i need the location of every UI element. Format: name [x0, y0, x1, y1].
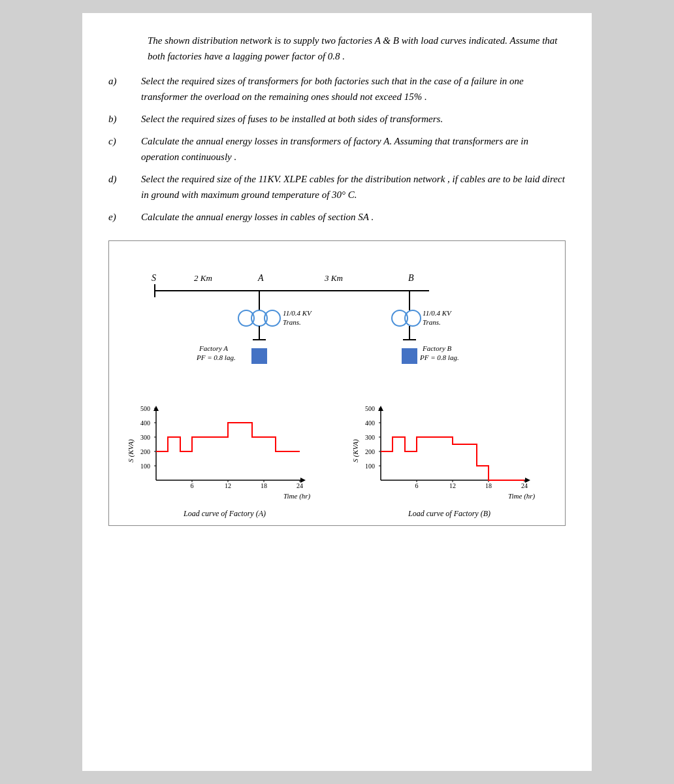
- chart-b-line: [381, 437, 524, 480]
- dist-sa-label: 2 Km: [194, 273, 212, 283]
- transformer-b-label: 11/0.4 KV: [423, 309, 452, 317]
- chart-b-title: Load curve of Factory (B): [408, 509, 490, 519]
- chart-b-container: 100 200 300 400 500 S (KVA) 6 12: [340, 402, 558, 519]
- chart-a-svg: 100 200 300 400 500 S (KVA): [127, 402, 323, 506]
- intro-paragraph: The shown distribution network is to sup…: [108, 33, 566, 64]
- b-node-label: B: [408, 273, 414, 283]
- network-svg: S A 2 Km 3 Km B 11/0.4 KV Trans: [116, 252, 560, 395]
- question-item: a)Select the required sizes of transform…: [108, 73, 566, 105]
- svg-text:300: 300: [140, 434, 150, 441]
- question-list: a)Select the required sizes of transform…: [108, 73, 566, 225]
- s-node-label: S: [152, 273, 156, 283]
- question-item: b)Select the required sizes of fuses to …: [108, 111, 566, 127]
- svg-text:12: 12: [449, 482, 456, 489]
- question-text: Select the required sizes of fuses to be…: [141, 111, 566, 127]
- question-item: c)Calculate the annual energy losses in …: [108, 133, 566, 165]
- svg-text:6: 6: [415, 482, 419, 489]
- svg-text:18: 18: [261, 482, 267, 489]
- svg-text:300: 300: [365, 434, 375, 441]
- svg-text:24: 24: [297, 482, 303, 489]
- svg-text:S (KVA): S (KVA): [351, 439, 360, 463]
- question-text: Calculate the annual energy losses in ca…: [141, 209, 566, 225]
- main-page: The shown distribution network is to sup…: [82, 13, 592, 771]
- question-item: e)Calculate the annual energy losses in …: [108, 209, 566, 225]
- question-text: Calculate the annual energy losses in tr…: [141, 133, 566, 165]
- svg-text:18: 18: [485, 482, 492, 489]
- svg-text:6: 6: [191, 482, 194, 489]
- svg-text:PF = 0.8 lag.: PF = 0.8 lag.: [196, 353, 236, 361]
- charts-row: 100 200 300 400 500 S (KVA): [116, 402, 558, 519]
- svg-text:12: 12: [225, 482, 231, 489]
- svg-rect-10: [251, 348, 267, 364]
- svg-text:Trans.: Trans.: [423, 318, 441, 326]
- svg-text:Time (hr): Time (hr): [283, 492, 311, 500]
- question-text: Select the required sizes of transformer…: [141, 73, 566, 105]
- question-label: d): [108, 171, 141, 203]
- svg-text:200: 200: [365, 448, 375, 455]
- a-node-label: A: [257, 273, 264, 283]
- chart-a-container: 100 200 300 400 500 S (KVA): [116, 402, 334, 519]
- svg-text:500: 500: [365, 405, 375, 412]
- question-text: Select the required size of the 11KV. XL…: [141, 171, 566, 203]
- svg-text:Time (hr): Time (hr): [508, 492, 536, 500]
- factory-b-label: Factory B: [422, 344, 452, 352]
- svg-text:100: 100: [140, 463, 150, 470]
- svg-text:400: 400: [140, 419, 150, 427]
- chart-b-svg: 100 200 300 400 500 S (KVA) 6 12: [351, 402, 547, 506]
- svg-text:24: 24: [521, 482, 528, 489]
- svg-text:100: 100: [365, 463, 375, 470]
- question-label: a): [108, 73, 141, 105]
- svg-text:200: 200: [140, 448, 150, 455]
- svg-rect-17: [402, 348, 417, 364]
- svg-text:S (KVA): S (KVA): [127, 439, 135, 463]
- question-label: e): [108, 209, 141, 225]
- chart-a-line: [156, 423, 300, 451]
- question-label: c): [108, 133, 141, 165]
- dist-ab-label: 3 Km: [324, 273, 343, 283]
- svg-text:PF = 0.8 lag.: PF = 0.8 lag.: [419, 353, 459, 361]
- factory-a-label: Factory A: [199, 344, 228, 352]
- svg-text:500: 500: [140, 405, 150, 412]
- chart-a-title: Load curve of Factory (A): [184, 509, 266, 519]
- diagram-area: S A 2 Km 3 Km B 11/0.4 KV Trans: [108, 240, 566, 526]
- svg-text:400: 400: [365, 419, 375, 427]
- question-item: d)Select the required size of the 11KV. …: [108, 171, 566, 203]
- svg-text:Trans.: Trans.: [283, 318, 301, 326]
- transformer-a-label: 11/0.4 KV: [283, 309, 312, 317]
- question-label: b): [108, 111, 141, 127]
